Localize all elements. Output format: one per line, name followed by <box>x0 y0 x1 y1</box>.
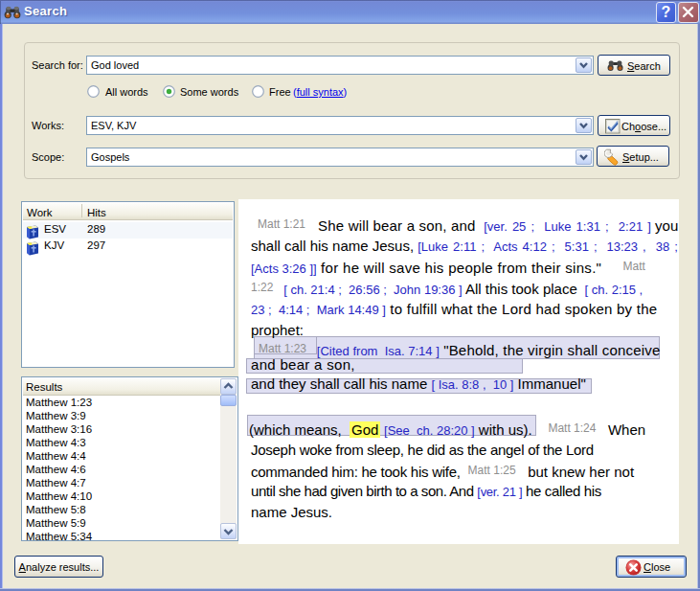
svg-text:?: ? <box>662 4 671 20</box>
